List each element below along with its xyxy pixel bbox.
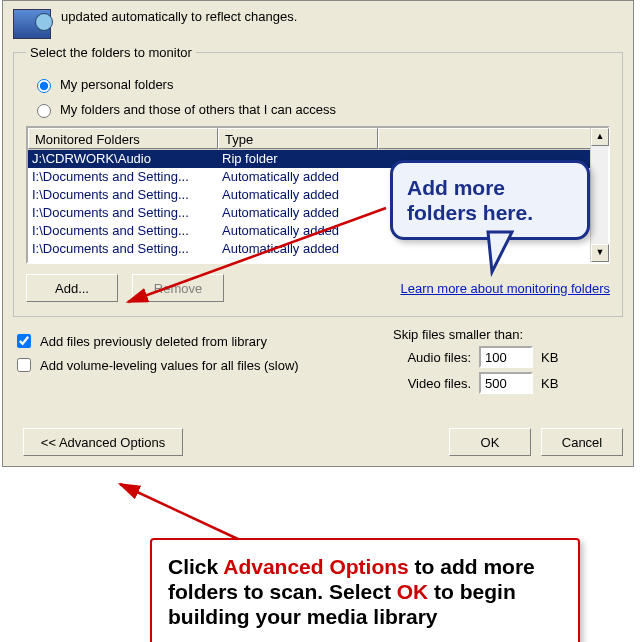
intro-text: updated automatically to reflect changes… bbox=[61, 9, 623, 26]
skip-video-input[interactable] bbox=[479, 372, 533, 394]
check-volume-input[interactable] bbox=[17, 358, 31, 372]
check-volume[interactable]: Add volume-leveling values for all files… bbox=[13, 355, 393, 375]
skip-audio-input[interactable] bbox=[479, 346, 533, 368]
skip-video-unit: KB bbox=[541, 376, 558, 391]
skip-title: Skip files smaller than: bbox=[393, 327, 623, 342]
intro-row: updated automatically to reflect changes… bbox=[13, 9, 623, 39]
radio-others-label: My folders and those of others that I ca… bbox=[60, 102, 336, 117]
cell-folder: I:\Documents and Setting... bbox=[28, 168, 218, 186]
check-deleted-label: Add files previously deleted from librar… bbox=[40, 334, 267, 349]
monitored-folders-list[interactable]: Monitored Folders Type J:\CDRWORK\AudioR… bbox=[26, 126, 610, 264]
skip-video-label: Video files. bbox=[393, 376, 479, 391]
list-scrollbar[interactable]: ▲ ▼ bbox=[590, 128, 608, 262]
list-body[interactable]: J:\CDRWORK\AudioRip folderI:\Documents a… bbox=[28, 150, 608, 262]
cell-folder: J:\CDRWORK\Audio bbox=[28, 150, 218, 168]
footer-row: << Advanced Options OK Cancel bbox=[13, 428, 623, 456]
cell-type: Rip folder bbox=[218, 150, 378, 168]
scroll-down-icon[interactable]: ▼ bbox=[591, 244, 609, 262]
radio-personal-input[interactable] bbox=[37, 79, 51, 93]
radio-personal-label: My personal folders bbox=[60, 77, 173, 92]
cell-folder: I:\Documents and Setting... bbox=[28, 204, 218, 222]
cell-type: Automatically added bbox=[218, 240, 378, 258]
cell-folder: I:\Documents and Setting... bbox=[28, 240, 218, 258]
callout-advanced: Click Advanced Options to add more folde… bbox=[150, 538, 580, 642]
advanced-options-button[interactable]: << Advanced Options bbox=[23, 428, 183, 456]
cell-folder: I:\Documents and Setting... bbox=[28, 222, 218, 240]
skip-audio-unit: KB bbox=[541, 350, 558, 365]
cell-folder: I:\Documents and Setting... bbox=[28, 186, 218, 204]
library-icon bbox=[13, 9, 51, 39]
cancel-button[interactable]: Cancel bbox=[541, 428, 623, 456]
col-folder[interactable]: Monitored Folders bbox=[28, 128, 218, 149]
ok-button[interactable]: OK bbox=[449, 428, 531, 456]
radio-others[interactable]: My folders and those of others that I ca… bbox=[32, 101, 610, 118]
radio-personal[interactable]: My personal folders bbox=[32, 76, 610, 93]
cell-type: Automatically added bbox=[218, 168, 378, 186]
skip-audio-label: Audio files: bbox=[393, 350, 479, 365]
remove-button[interactable]: Remove bbox=[132, 274, 224, 302]
cell-type: Automatically added bbox=[218, 204, 378, 222]
scroll-up-icon[interactable]: ▲ bbox=[591, 128, 609, 146]
table-row[interactable]: I:\Documents and Setting...Automatically… bbox=[28, 168, 608, 186]
cell-type: Automatically added bbox=[218, 222, 378, 240]
table-row[interactable]: I:\Documents and Setting...Automatically… bbox=[28, 204, 608, 222]
list-buttons-row: Add... Remove Learn more about monitorin… bbox=[26, 274, 610, 302]
svg-line-1 bbox=[120, 484, 240, 540]
col-spacer bbox=[378, 128, 608, 149]
add-button[interactable]: Add... bbox=[26, 274, 118, 302]
options-block: Add files previously deleted from librar… bbox=[13, 327, 623, 398]
learn-more-link[interactable]: Learn more about monitoring folders bbox=[400, 281, 610, 296]
col-type[interactable]: Type bbox=[218, 128, 378, 149]
table-row[interactable]: J:\CDRWORK\AudioRip folder bbox=[28, 150, 608, 168]
list-header: Monitored Folders Type bbox=[28, 128, 608, 150]
check-deleted[interactable]: Add files previously deleted from librar… bbox=[13, 331, 393, 351]
check-deleted-input[interactable] bbox=[17, 334, 31, 348]
group-legend: Select the folders to monitor bbox=[26, 45, 196, 60]
table-row[interactable]: I:\Documents and Setting...Automatically… bbox=[28, 240, 608, 258]
folders-group: Select the folders to monitor My persona… bbox=[13, 45, 623, 317]
radio-others-input[interactable] bbox=[37, 104, 51, 118]
table-row[interactable]: I:\Documents and Setting...Automatically… bbox=[28, 186, 608, 204]
add-to-library-dialog: updated automatically to reflect changes… bbox=[2, 0, 634, 467]
table-row[interactable]: I:\Documents and Setting...Automatically… bbox=[28, 222, 608, 240]
check-volume-label: Add volume-leveling values for all files… bbox=[40, 358, 299, 373]
cell-type: Automatically added bbox=[218, 186, 378, 204]
